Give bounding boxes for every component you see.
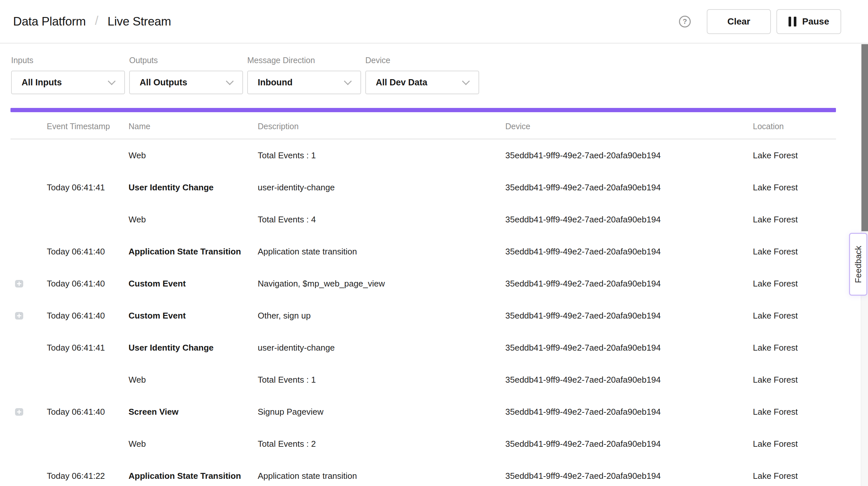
filter-device-label: Device	[365, 56, 479, 65]
message-direction-dropdown[interactable]: Inbound	[247, 71, 361, 94]
event-device-id: 35eddb41-9ff9-49e2-7aed-20afa90eb194	[505, 182, 753, 193]
column-header-description: Description	[258, 122, 505, 131]
event-description: Total Events : 1	[258, 150, 505, 160]
event-description: Total Events : 4	[258, 215, 505, 225]
event-description: Other, sign up	[258, 311, 505, 321]
event-timestamp: Today 06:41:40	[47, 279, 128, 289]
event-name: Web	[128, 375, 258, 385]
breadcrumb-separator: /	[95, 14, 98, 28]
event-device-id: 35eddb41-9ff9-49e2-7aed-20afa90eb194	[505, 407, 753, 417]
event-timestamp: Today 06:41:40	[47, 311, 128, 321]
event-device-id: 35eddb41-9ff9-49e2-7aed-20afa90eb194	[505, 247, 753, 257]
event-timestamp: Today 06:41:40	[47, 247, 128, 257]
event-location: Lake Forest	[753, 407, 836, 417]
breadcrumb-data-platform[interactable]: Data Platform	[13, 15, 86, 28]
top-bar: Data Platform / Live Stream ? Clear Paus…	[0, 0, 868, 43]
pause-icon	[788, 17, 796, 27]
event-name: Web	[128, 150, 258, 160]
event-device-id: 35eddb41-9ff9-49e2-7aed-20afa90eb194	[505, 311, 753, 321]
event-location: Lake Forest	[753, 150, 836, 160]
column-header-device: Device	[505, 122, 753, 131]
filter-inputs: Inputs All Inputs	[11, 56, 125, 94]
event-location: Lake Forest	[753, 215, 836, 225]
column-header-location: Location	[753, 122, 836, 131]
event-timestamp: Today 06:41:40	[47, 407, 128, 417]
feedback-tab-label: Feedback	[853, 246, 863, 283]
events-table: Event Timestamp Name Description Device …	[10, 114, 836, 486]
event-description: Navigation, $mp_web_page_view	[258, 279, 505, 289]
table-header-row: Event Timestamp Name Description Device …	[10, 114, 836, 139]
expand-plus-icon[interactable]	[15, 312, 23, 320]
filter-outputs-label: Outputs	[129, 56, 243, 65]
filter-device: Device All Dev Data	[365, 56, 479, 94]
table-row[interactable]: Today 06:41:41 User Identity Change user…	[10, 171, 836, 204]
feedback-tab[interactable]: Feedback	[849, 233, 867, 296]
event-description: Application state transition	[258, 247, 505, 257]
table-row[interactable]: Web Total Events : 2 35eddb41-9ff9-49e2-…	[10, 428, 836, 460]
event-name: Screen View	[128, 407, 258, 417]
page-title: Live Stream	[107, 15, 171, 28]
table-row[interactable]: Web Total Events : 4 35eddb41-9ff9-49e2-…	[10, 204, 836, 236]
event-description: Total Events : 2	[258, 439, 505, 449]
device-dropdown[interactable]: All Dev Data	[365, 71, 479, 94]
table-row[interactable]: Today 06:41:22 Application State Transit…	[10, 460, 836, 486]
event-description: user-identity-change	[258, 182, 505, 193]
outputs-dropdown[interactable]: All Outputs	[129, 71, 243, 94]
column-header-event-timestamp: Event Timestamp	[47, 122, 128, 131]
event-name: Application State Transition	[128, 471, 258, 481]
event-name: Web	[128, 439, 258, 449]
message-direction-dropdown-value: Inbound	[258, 78, 292, 88]
table-row[interactable]: Web Total Events : 1 35eddb41-9ff9-49e2-…	[10, 364, 836, 396]
event-location: Lake Forest	[753, 182, 836, 193]
topbar-actions: ? Clear Pause	[679, 0, 841, 43]
event-description: Total Events : 1	[258, 375, 505, 385]
event-name: Application State Transition	[128, 247, 258, 257]
help-icon[interactable]: ?	[679, 16, 691, 28]
event-timestamp: Today 06:41:41	[47, 182, 128, 193]
scrollbar-thumb[interactable]	[862, 44, 868, 231]
event-location: Lake Forest	[753, 343, 836, 353]
table-row[interactable]: Today 06:41:40 Application State Transit…	[10, 236, 836, 268]
event-description: user-identity-change	[258, 343, 505, 353]
event-location: Lake Forest	[753, 439, 836, 449]
table-row[interactable]: Today 06:41:40 Screen View Signup Pagevi…	[10, 396, 836, 428]
event-device-id: 35eddb41-9ff9-49e2-7aed-20afa90eb194	[505, 215, 753, 225]
event-device-id: 35eddb41-9ff9-49e2-7aed-20afa90eb194	[505, 150, 753, 160]
table-row[interactable]: Today 06:41:40 Custom Event Other, sign …	[10, 300, 836, 332]
event-location: Lake Forest	[753, 375, 836, 385]
live-stream-progress-bar	[10, 108, 836, 112]
event-location: Lake Forest	[753, 279, 836, 289]
event-description: Application state transition	[258, 471, 505, 481]
event-name: User Identity Change	[128, 343, 258, 353]
filter-message-direction-label: Message Direction	[247, 56, 361, 65]
event-name: User Identity Change	[128, 182, 258, 193]
table-row[interactable]: Today 06:41:41 User Identity Change user…	[10, 332, 836, 364]
event-name: Custom Event	[128, 279, 258, 289]
event-device-id: 35eddb41-9ff9-49e2-7aed-20afa90eb194	[505, 439, 753, 449]
table-body: Web Total Events : 1 35eddb41-9ff9-49e2-…	[10, 139, 836, 486]
filter-outputs: Outputs All Outputs	[129, 56, 243, 94]
filter-inputs-label: Inputs	[11, 56, 125, 65]
chevron-down-icon	[462, 77, 470, 85]
event-description: Signup Pageview	[258, 407, 505, 417]
column-header-name: Name	[128, 122, 258, 131]
event-name: Custom Event	[128, 311, 258, 321]
filter-bar: Inputs All Inputs Outputs All Outputs Me…	[11, 56, 479, 94]
table-row[interactable]: Web Total Events : 1 35eddb41-9ff9-49e2-…	[10, 139, 836, 171]
event-device-id: 35eddb41-9ff9-49e2-7aed-20afa90eb194	[505, 375, 753, 385]
pause-button-label: Pause	[802, 17, 829, 27]
pause-button[interactable]: Pause	[776, 9, 841, 34]
clear-button[interactable]: Clear	[707, 9, 771, 34]
inputs-dropdown-value: All Inputs	[22, 78, 62, 88]
filter-message-direction: Message Direction Inbound	[247, 56, 361, 94]
event-timestamp: Today 06:41:41	[47, 343, 128, 353]
event-name: Web	[128, 215, 258, 225]
event-location: Lake Forest	[753, 247, 836, 257]
breadcrumb: Data Platform / Live Stream	[13, 0, 171, 43]
expand-plus-icon[interactable]	[15, 408, 23, 416]
inputs-dropdown[interactable]: All Inputs	[11, 71, 125, 94]
event-timestamp: Today 06:41:22	[47, 471, 128, 481]
table-row[interactable]: Today 06:41:40 Custom Event Navigation, …	[10, 268, 836, 300]
expand-plus-icon[interactable]	[15, 280, 23, 287]
event-device-id: 35eddb41-9ff9-49e2-7aed-20afa90eb194	[505, 471, 753, 481]
